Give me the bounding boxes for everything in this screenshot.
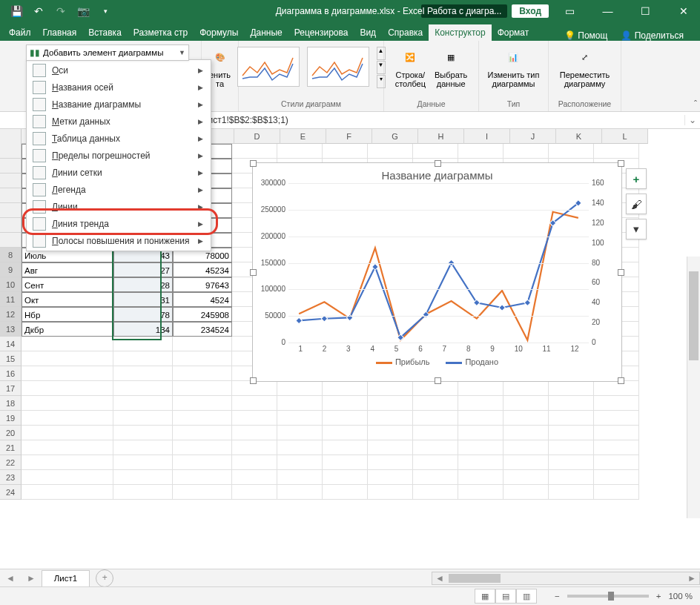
cell[interactable] bbox=[368, 396, 413, 411]
cell[interactable] bbox=[594, 440, 639, 455]
cell[interactable]: 4524 bbox=[173, 292, 232, 307]
tab-file[interactable]: Файл bbox=[3, 24, 37, 41]
cell[interactable] bbox=[458, 411, 503, 426]
add-sheet-button[interactable]: + bbox=[96, 569, 113, 587]
move-chart-button[interactable]: ⤢Переместить диаграмму bbox=[558, 42, 611, 91]
cell[interactable] bbox=[173, 455, 232, 470]
row-header[interactable]: 18 bbox=[0, 396, 22, 411]
cell[interactable]: 234524 bbox=[173, 322, 232, 337]
cell[interactable] bbox=[173, 337, 232, 351]
cell[interactable] bbox=[22, 411, 113, 426]
dropdown-item-9[interactable]: Линия тренда▶ bbox=[27, 215, 211, 232]
cell[interactable] bbox=[368, 440, 413, 455]
row-header[interactable]: 14 bbox=[0, 337, 22, 351]
cell[interactable] bbox=[22, 337, 113, 351]
select-data-button[interactable]: ▦Выбрать данные bbox=[433, 42, 469, 91]
cell[interactable] bbox=[232, 144, 277, 159]
cell[interactable] bbox=[549, 455, 594, 470]
cell[interactable] bbox=[594, 411, 639, 426]
cell[interactable] bbox=[22, 470, 113, 485]
dropdown-item-3[interactable]: Метки данных▶ bbox=[27, 113, 211, 130]
col-header-G[interactable]: G bbox=[372, 129, 418, 144]
row-header[interactable]: 23 bbox=[0, 470, 22, 485]
cell[interactable] bbox=[173, 470, 232, 485]
row-header[interactable]: 9 bbox=[0, 262, 22, 277]
qat-customize-icon[interactable]: ▾ bbox=[95, 2, 116, 20]
cell[interactable] bbox=[173, 411, 232, 426]
cell[interactable] bbox=[232, 440, 277, 455]
zoom-in-button[interactable]: + bbox=[656, 592, 661, 601]
cell[interactable] bbox=[549, 470, 594, 485]
cell[interactable] bbox=[549, 440, 594, 455]
dropdown-item-0[interactable]: Оси▶ bbox=[27, 62, 211, 79]
cell[interactable] bbox=[113, 366, 173, 381]
row-header[interactable]: 19 bbox=[0, 411, 22, 426]
view-normal-icon[interactable]: ▦ bbox=[475, 589, 495, 604]
cell[interactable] bbox=[277, 470, 323, 485]
chart-elements-button[interactable]: + bbox=[626, 168, 647, 189]
tell-me[interactable]: 💡 Помощ bbox=[564, 30, 607, 41]
cell[interactable] bbox=[277, 396, 323, 411]
cell[interactable] bbox=[323, 426, 368, 440]
tab-data[interactable]: Данные bbox=[244, 24, 288, 41]
dropdown-item-5[interactable]: Пределы погрешностей▶ bbox=[27, 147, 211, 164]
dropdown-item-10[interactable]: Полосы повышения и понижения▶ bbox=[27, 232, 211, 249]
row-header[interactable]: 17 bbox=[0, 381, 22, 396]
sheet-nav-next-icon[interactable]: ► bbox=[21, 573, 42, 583]
cell[interactable] bbox=[594, 455, 639, 470]
expand-formula-bar-icon[interactable]: ⌄ bbox=[684, 115, 700, 125]
col-header-K[interactable]: K bbox=[556, 129, 602, 144]
undo-icon[interactable]: ↶ bbox=[28, 2, 49, 20]
tab-home[interactable]: Главная bbox=[37, 24, 83, 41]
cell[interactable] bbox=[594, 426, 639, 440]
dropdown-item-1[interactable]: Названия осей▶ bbox=[27, 79, 211, 96]
cell[interactable] bbox=[594, 381, 639, 396]
cell[interactable] bbox=[594, 485, 639, 500]
cell[interactable] bbox=[232, 470, 277, 485]
save-icon[interactable]: 💾 bbox=[6, 2, 27, 20]
cell[interactable] bbox=[232, 426, 277, 440]
cell[interactable] bbox=[503, 455, 549, 470]
cell[interactable] bbox=[413, 144, 458, 159]
row-header[interactable] bbox=[0, 218, 22, 233]
dropdown-item-4[interactable]: Таблица данных▶ bbox=[27, 130, 211, 147]
row-header[interactable]: 12 bbox=[0, 307, 22, 322]
row-header[interactable]: 13 bbox=[0, 322, 22, 337]
cell[interactable] bbox=[113, 470, 173, 485]
login-button[interactable]: Вход bbox=[512, 4, 549, 18]
cell[interactable] bbox=[368, 455, 413, 470]
cell[interactable] bbox=[458, 396, 503, 411]
row-header[interactable] bbox=[0, 159, 22, 173]
cell[interactable] bbox=[22, 396, 113, 411]
cell[interactable]: 78 bbox=[113, 307, 173, 322]
cell[interactable] bbox=[232, 455, 277, 470]
row-header[interactable]: 20 bbox=[0, 426, 22, 440]
cell[interactable] bbox=[458, 455, 503, 470]
row-header[interactable]: 15 bbox=[0, 351, 22, 366]
cell[interactable] bbox=[413, 426, 458, 440]
cell[interactable] bbox=[549, 396, 594, 411]
cell[interactable] bbox=[549, 381, 594, 396]
cell[interactable]: 27 bbox=[113, 262, 173, 277]
col-header-J[interactable]: J bbox=[510, 129, 556, 144]
dropdown-item-8[interactable]: Линии▶ bbox=[27, 198, 211, 215]
cell[interactable] bbox=[277, 411, 323, 426]
row-header[interactable] bbox=[0, 233, 22, 248]
cell[interactable] bbox=[277, 440, 323, 455]
cell[interactable] bbox=[368, 485, 413, 500]
col-header-F[interactable]: F bbox=[326, 129, 372, 144]
cell[interactable] bbox=[173, 396, 232, 411]
tab-help[interactable]: Справка bbox=[382, 24, 429, 41]
row-header[interactable] bbox=[0, 188, 22, 203]
view-page-layout-icon[interactable]: ▤ bbox=[495, 589, 516, 604]
redo-icon[interactable]: ↷ bbox=[50, 2, 71, 20]
camera-icon[interactable]: 📷 bbox=[73, 2, 93, 20]
cell[interactable] bbox=[549, 144, 594, 159]
cell[interactable]: Сент bbox=[22, 277, 113, 292]
cell[interactable] bbox=[113, 426, 173, 440]
cell[interactable] bbox=[173, 381, 232, 396]
row-header[interactable]: 21 bbox=[0, 440, 22, 455]
cell[interactable]: 31 bbox=[113, 292, 173, 307]
cell[interactable] bbox=[458, 470, 503, 485]
cell[interactable]: 28 bbox=[113, 277, 173, 292]
